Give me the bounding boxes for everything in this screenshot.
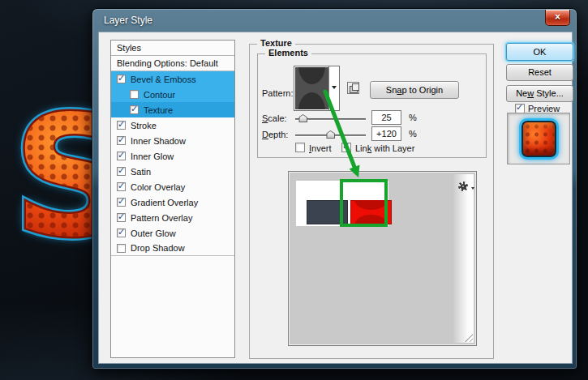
- sidebar-item-label: Bevel & Emboss: [131, 75, 196, 84]
- sidebar-item-label: Stroke: [131, 121, 157, 130]
- picker-menu-button[interactable]: [458, 181, 474, 192]
- sidebar-item-label: Drop Shadow: [131, 243, 185, 253]
- style-preview-well: [507, 113, 570, 164]
- checkbox-icon[interactable]: ✓: [117, 121, 126, 130]
- sidebar-item-gradient-overlay[interactable]: ✓Gradient Overlay: [111, 194, 234, 210]
- checkbox-icon[interactable]: [117, 244, 126, 253]
- sidebar-item-label: Satin: [131, 167, 151, 177]
- picker-scrollbar[interactable]: [453, 174, 474, 343]
- sidebar-item-inner-glow[interactable]: ✓Inner Glow: [111, 148, 234, 164]
- check-icon: ✓: [342, 141, 350, 152]
- layer-style-dialog: Layer Style × Styles Blending Options: D…: [92, 8, 577, 369]
- link-with-layer-checkbox[interactable]: ✓: [341, 143, 351, 152]
- sidebar-item-bevel-emboss[interactable]: ✓Bevel & Emboss: [111, 71, 234, 87]
- checkbox-icon[interactable]: ✓: [117, 136, 126, 145]
- pattern-picker-panel: [288, 171, 477, 346]
- sidebar-item-label: Contour: [144, 90, 175, 100]
- invert-label: Invert: [309, 143, 332, 153]
- pattern-well[interactable]: [294, 66, 340, 111]
- sidebar-item-blending-options-default[interactable]: Blending Options: Default: [111, 56, 234, 71]
- pattern-thumbnail[interactable]: [295, 67, 328, 109]
- styles-list: Blending Options: Default✓Bevel & Emboss…: [111, 56, 234, 256]
- sidebar-item-drop-shadow[interactable]: Drop Shadow: [111, 241, 234, 256]
- pattern-dropdown-button[interactable]: [328, 66, 339, 110]
- sidebar-item-label: Texture: [144, 105, 173, 115]
- close-button[interactable]: ×: [545, 10, 570, 26]
- checkbox-icon[interactable]: ✓: [117, 228, 126, 237]
- sidebar-item-label: Inner Shadow: [131, 136, 186, 146]
- sidebar-item-texture[interactable]: ✓Texture: [111, 102, 234, 117]
- checkbox-icon[interactable]: ✓: [117, 152, 126, 160]
- elements-group: Elements Pattern: Snap to Origin Scale: …: [257, 53, 487, 158]
- scale-unit: %: [409, 113, 417, 122]
- ok-button[interactable]: OK: [506, 43, 573, 61]
- style-preview-thumbnail: [521, 121, 556, 157]
- scale-input[interactable]: 25: [371, 110, 401, 125]
- checkbox-icon[interactable]: ✓: [117, 75, 126, 83]
- styles-list-box: Styles Blending Options: Default✓Bevel &…: [110, 40, 235, 358]
- new-pattern-icon[interactable]: [347, 82, 359, 94]
- invert-checkbox[interactable]: [295, 143, 305, 152]
- dialog-client-area: Styles Blending Options: Default✓Bevel &…: [98, 32, 573, 364]
- titlebar[interactable]: Layer Style ×: [92, 9, 577, 32]
- sidebar-item-pattern-overlay[interactable]: ✓Pattern Overlay: [111, 210, 234, 225]
- elements-group-label: Elements: [265, 48, 311, 58]
- texture-panel: Texture Elements Pattern: Snap to Origin…: [249, 44, 494, 359]
- pattern-swatch-red-selected[interactable]: [350, 200, 392, 224]
- link-with-layer-label: Link with Layer: [355, 143, 414, 153]
- chevron-down-icon: [332, 86, 337, 92]
- pattern-label: Pattern:: [262, 88, 294, 98]
- close-icon: ×: [555, 11, 560, 23]
- sidebar-item-label: Color Overlay: [131, 182, 185, 192]
- checkbox-icon[interactable]: ✓: [117, 213, 126, 222]
- checkbox-icon[interactable]: ✓: [117, 198, 126, 207]
- sidebar-item-satin[interactable]: ✓Satin: [111, 164, 234, 179]
- gear-icon: [458, 181, 468, 191]
- styles-list-header[interactable]: Styles: [111, 41, 234, 56]
- dialog-title: Layer Style: [104, 15, 152, 26]
- sidebar-item-label: Inner Glow: [131, 152, 174, 161]
- checkbox-icon[interactable]: ✓: [117, 167, 126, 176]
- texture-panel-title: Texture: [257, 38, 295, 48]
- pattern-swatch-strip: [296, 181, 388, 226]
- checkbox-icon[interactable]: [130, 90, 139, 99]
- scale-slider-thumb[interactable]: [298, 114, 307, 122]
- depth-slider[interactable]: [295, 134, 366, 136]
- depth-unit: %: [409, 129, 417, 139]
- check-icon: ✓: [516, 102, 523, 113]
- scale-label: Scale:: [262, 113, 287, 123]
- checkbox-icon[interactable]: ✓: [117, 182, 126, 191]
- sidebar-item-label: Outer Glow: [131, 228, 176, 238]
- depth-slider-thumb[interactable]: [326, 130, 335, 139]
- pattern-swatch-dark[interactable]: [307, 200, 348, 224]
- sidebar-item-stroke[interactable]: ✓Stroke: [111, 117, 234, 133]
- sidebar-item-label: Gradient Overlay: [131, 198, 198, 207]
- sidebar-item-outer-glow[interactable]: ✓Outer Glow: [111, 225, 234, 241]
- new-style-button[interactable]: New Style...: [506, 85, 573, 102]
- sidebar-item-inner-shadow[interactable]: ✓Inner Shadow: [111, 133, 234, 148]
- sidebar-item-contour[interactable]: Contour: [111, 87, 234, 102]
- depth-input[interactable]: +120: [371, 126, 401, 141]
- sidebar-item-label: Blending Options: Default: [117, 58, 218, 68]
- sidebar-item-color-overlay[interactable]: ✓Color Overlay: [111, 179, 234, 194]
- flyout-triangle-icon: [471, 187, 474, 191]
- reset-button[interactable]: Reset: [506, 64, 573, 81]
- depth-label: Depth:: [262, 130, 288, 139]
- checkbox-icon[interactable]: ✓: [130, 105, 139, 114]
- scale-slider[interactable]: [295, 118, 366, 120]
- snap-to-origin-button[interactable]: Snap to Origin: [370, 81, 459, 99]
- sidebar-item-label: Pattern Overlay: [131, 213, 192, 223]
